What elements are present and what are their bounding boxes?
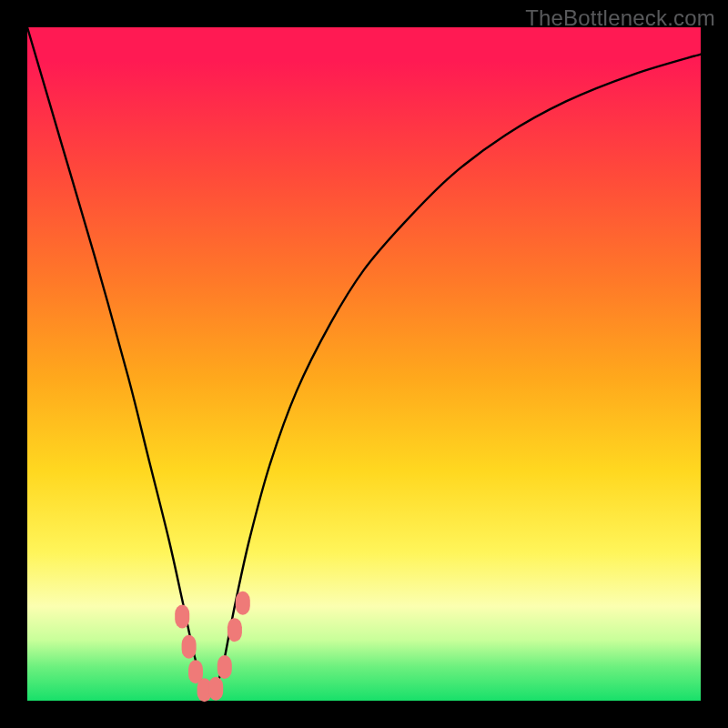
curve-marker <box>228 618 242 642</box>
curve-marker <box>236 592 250 615</box>
curve-marker <box>208 677 223 701</box>
bottleneck-curve <box>27 27 701 697</box>
curve-marker <box>182 635 197 659</box>
curve-layer <box>27 27 701 701</box>
curve-marker <box>175 605 189 629</box>
curve-marker <box>217 655 232 679</box>
plot-area <box>27 27 701 701</box>
watermark-text: TheBottleneck.com <box>525 5 715 31</box>
chart-frame: TheBottleneck.com <box>0 0 728 728</box>
curve-markers <box>175 592 250 703</box>
